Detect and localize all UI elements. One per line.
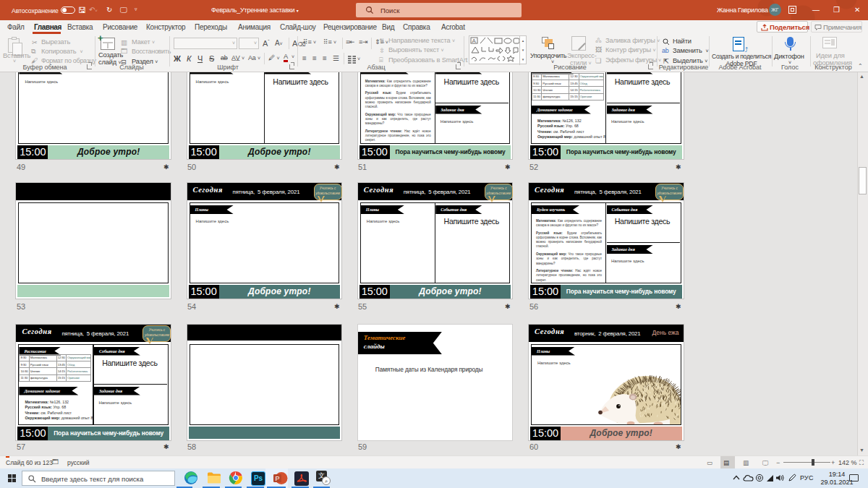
svg-text:A: A bbox=[472, 38, 477, 44]
svg-text:P: P bbox=[275, 475, 279, 482]
